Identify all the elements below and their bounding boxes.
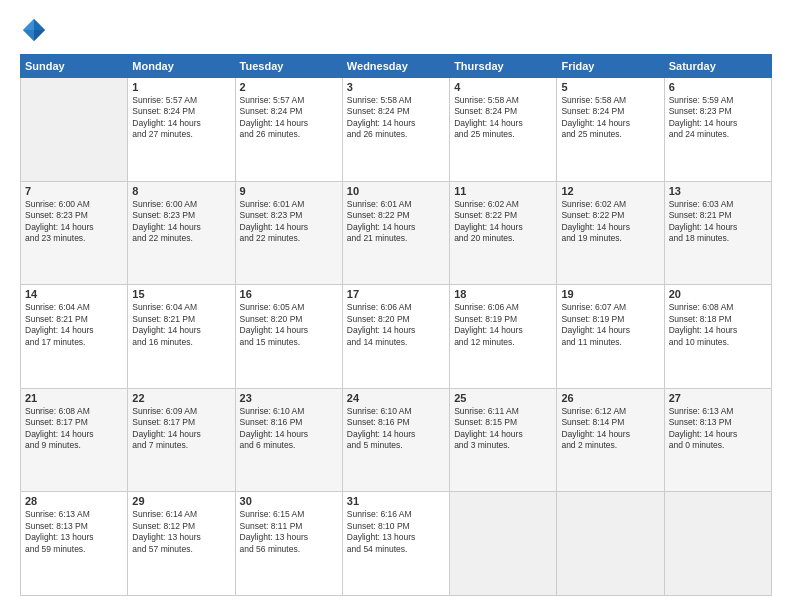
day-number: 10 [347, 185, 445, 197]
day-number: 2 [240, 81, 338, 93]
calendar-cell: 11Sunrise: 6:02 AM Sunset: 8:22 PM Dayli… [450, 181, 557, 285]
day-info: Sunrise: 6:00 AM Sunset: 8:23 PM Dayligh… [25, 199, 123, 245]
day-info: Sunrise: 6:13 AM Sunset: 8:13 PM Dayligh… [669, 406, 767, 452]
svg-marker-3 [34, 30, 45, 41]
calendar-cell: 12Sunrise: 6:02 AM Sunset: 8:22 PM Dayli… [557, 181, 664, 285]
day-number: 3 [347, 81, 445, 93]
day-number: 25 [454, 392, 552, 404]
day-info: Sunrise: 6:15 AM Sunset: 8:11 PM Dayligh… [240, 509, 338, 555]
calendar-cell: 2Sunrise: 5:57 AM Sunset: 8:24 PM Daylig… [235, 78, 342, 182]
day-info: Sunrise: 6:13 AM Sunset: 8:13 PM Dayligh… [25, 509, 123, 555]
calendar-body: 1Sunrise: 5:57 AM Sunset: 8:24 PM Daylig… [21, 78, 772, 596]
calendar-cell: 16Sunrise: 6:05 AM Sunset: 8:20 PM Dayli… [235, 285, 342, 389]
calendar-cell: 29Sunrise: 6:14 AM Sunset: 8:12 PM Dayli… [128, 492, 235, 596]
day-info: Sunrise: 6:03 AM Sunset: 8:21 PM Dayligh… [669, 199, 767, 245]
day-info: Sunrise: 6:02 AM Sunset: 8:22 PM Dayligh… [561, 199, 659, 245]
calendar-cell: 7Sunrise: 6:00 AM Sunset: 8:23 PM Daylig… [21, 181, 128, 285]
calendar-cell: 23Sunrise: 6:10 AM Sunset: 8:16 PM Dayli… [235, 388, 342, 492]
day-number: 21 [25, 392, 123, 404]
svg-marker-1 [23, 19, 34, 30]
day-info: Sunrise: 6:00 AM Sunset: 8:23 PM Dayligh… [132, 199, 230, 245]
day-number: 20 [669, 288, 767, 300]
weekday-header-sunday: Sunday [21, 55, 128, 78]
weekday-header-tuesday: Tuesday [235, 55, 342, 78]
svg-marker-0 [34, 19, 45, 30]
day-info: Sunrise: 6:16 AM Sunset: 8:10 PM Dayligh… [347, 509, 445, 555]
day-number: 18 [454, 288, 552, 300]
logo-icon [20, 16, 48, 44]
calendar-week-5: 28Sunrise: 6:13 AM Sunset: 8:13 PM Dayli… [21, 492, 772, 596]
calendar-week-2: 7Sunrise: 6:00 AM Sunset: 8:23 PM Daylig… [21, 181, 772, 285]
calendar-cell: 22Sunrise: 6:09 AM Sunset: 8:17 PM Dayli… [128, 388, 235, 492]
calendar-cell [664, 492, 771, 596]
day-number: 17 [347, 288, 445, 300]
day-number: 1 [132, 81, 230, 93]
weekday-header-saturday: Saturday [664, 55, 771, 78]
page-header [20, 16, 772, 44]
weekday-header-monday: Monday [128, 55, 235, 78]
day-info: Sunrise: 6:06 AM Sunset: 8:19 PM Dayligh… [454, 302, 552, 348]
day-number: 31 [347, 495, 445, 507]
calendar-cell [21, 78, 128, 182]
svg-marker-2 [23, 30, 34, 41]
day-number: 27 [669, 392, 767, 404]
day-info: Sunrise: 5:58 AM Sunset: 8:24 PM Dayligh… [561, 95, 659, 141]
calendar-cell: 1Sunrise: 5:57 AM Sunset: 8:24 PM Daylig… [128, 78, 235, 182]
day-number: 13 [669, 185, 767, 197]
calendar-cell: 5Sunrise: 5:58 AM Sunset: 8:24 PM Daylig… [557, 78, 664, 182]
day-info: Sunrise: 6:08 AM Sunset: 8:17 PM Dayligh… [25, 406, 123, 452]
day-number: 14 [25, 288, 123, 300]
calendar-cell: 21Sunrise: 6:08 AM Sunset: 8:17 PM Dayli… [21, 388, 128, 492]
day-info: Sunrise: 6:14 AM Sunset: 8:12 PM Dayligh… [132, 509, 230, 555]
calendar-table: SundayMondayTuesdayWednesdayThursdayFrid… [20, 54, 772, 596]
calendar-cell: 10Sunrise: 6:01 AM Sunset: 8:22 PM Dayli… [342, 181, 449, 285]
day-number: 9 [240, 185, 338, 197]
day-number: 19 [561, 288, 659, 300]
day-number: 29 [132, 495, 230, 507]
day-number: 24 [347, 392, 445, 404]
calendar-cell: 17Sunrise: 6:06 AM Sunset: 8:20 PM Dayli… [342, 285, 449, 389]
calendar-cell: 3Sunrise: 5:58 AM Sunset: 8:24 PM Daylig… [342, 78, 449, 182]
calendar-week-1: 1Sunrise: 5:57 AM Sunset: 8:24 PM Daylig… [21, 78, 772, 182]
calendar-week-3: 14Sunrise: 6:04 AM Sunset: 8:21 PM Dayli… [21, 285, 772, 389]
day-info: Sunrise: 6:04 AM Sunset: 8:21 PM Dayligh… [25, 302, 123, 348]
weekday-header-wednesday: Wednesday [342, 55, 449, 78]
day-number: 6 [669, 81, 767, 93]
day-info: Sunrise: 6:08 AM Sunset: 8:18 PM Dayligh… [669, 302, 767, 348]
day-info: Sunrise: 5:58 AM Sunset: 8:24 PM Dayligh… [347, 95, 445, 141]
day-number: 8 [132, 185, 230, 197]
day-info: Sunrise: 5:59 AM Sunset: 8:23 PM Dayligh… [669, 95, 767, 141]
day-info: Sunrise: 6:12 AM Sunset: 8:14 PM Dayligh… [561, 406, 659, 452]
day-number: 26 [561, 392, 659, 404]
day-number: 28 [25, 495, 123, 507]
calendar-cell: 14Sunrise: 6:04 AM Sunset: 8:21 PM Dayli… [21, 285, 128, 389]
calendar-cell: 28Sunrise: 6:13 AM Sunset: 8:13 PM Dayli… [21, 492, 128, 596]
calendar-cell: 19Sunrise: 6:07 AM Sunset: 8:19 PM Dayli… [557, 285, 664, 389]
calendar-cell: 8Sunrise: 6:00 AM Sunset: 8:23 PM Daylig… [128, 181, 235, 285]
day-number: 7 [25, 185, 123, 197]
day-info: Sunrise: 6:06 AM Sunset: 8:20 PM Dayligh… [347, 302, 445, 348]
day-info: Sunrise: 6:01 AM Sunset: 8:23 PM Dayligh… [240, 199, 338, 245]
day-number: 5 [561, 81, 659, 93]
day-info: Sunrise: 5:57 AM Sunset: 8:24 PM Dayligh… [240, 95, 338, 141]
day-number: 22 [132, 392, 230, 404]
day-info: Sunrise: 6:10 AM Sunset: 8:16 PM Dayligh… [347, 406, 445, 452]
logo [20, 16, 52, 44]
day-number: 11 [454, 185, 552, 197]
day-info: Sunrise: 5:57 AM Sunset: 8:24 PM Dayligh… [132, 95, 230, 141]
calendar-cell: 27Sunrise: 6:13 AM Sunset: 8:13 PM Dayli… [664, 388, 771, 492]
calendar-cell: 9Sunrise: 6:01 AM Sunset: 8:23 PM Daylig… [235, 181, 342, 285]
calendar-cell: 13Sunrise: 6:03 AM Sunset: 8:21 PM Dayli… [664, 181, 771, 285]
day-info: Sunrise: 6:11 AM Sunset: 8:15 PM Dayligh… [454, 406, 552, 452]
day-info: Sunrise: 6:10 AM Sunset: 8:16 PM Dayligh… [240, 406, 338, 452]
weekday-header-thursday: Thursday [450, 55, 557, 78]
day-number: 16 [240, 288, 338, 300]
calendar-cell: 31Sunrise: 6:16 AM Sunset: 8:10 PM Dayli… [342, 492, 449, 596]
calendar-cell: 26Sunrise: 6:12 AM Sunset: 8:14 PM Dayli… [557, 388, 664, 492]
day-number: 15 [132, 288, 230, 300]
calendar-cell: 24Sunrise: 6:10 AM Sunset: 8:16 PM Dayli… [342, 388, 449, 492]
calendar-cell: 15Sunrise: 6:04 AM Sunset: 8:21 PM Dayli… [128, 285, 235, 389]
day-info: Sunrise: 5:58 AM Sunset: 8:24 PM Dayligh… [454, 95, 552, 141]
day-number: 4 [454, 81, 552, 93]
day-info: Sunrise: 6:01 AM Sunset: 8:22 PM Dayligh… [347, 199, 445, 245]
